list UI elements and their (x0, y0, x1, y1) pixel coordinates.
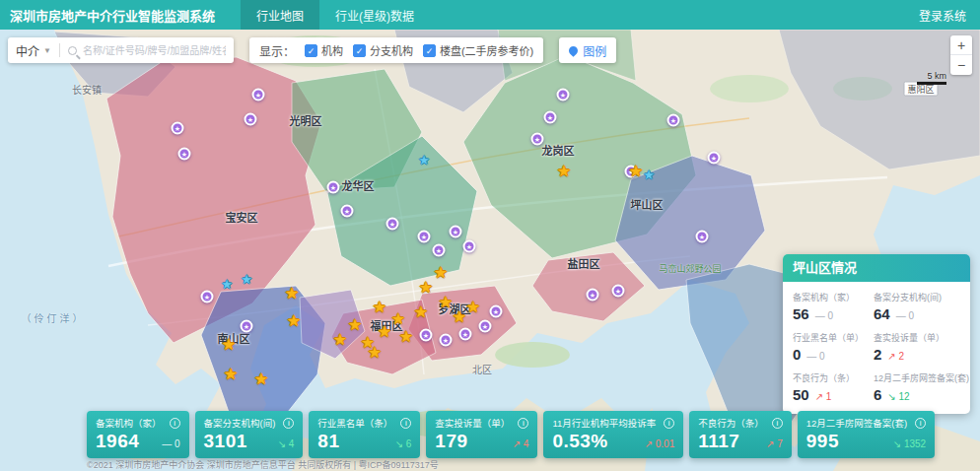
agency-marker-icon[interactable]: ★ (433, 244, 446, 257)
panel-stat: 12月二手房网签备案(套)6↘ 12 (874, 371, 969, 403)
agency-marker-icon[interactable]: ★ (420, 329, 433, 342)
zoom-out-button[interactable]: − (950, 55, 972, 75)
app-window: 深圳市房地产中介行业智能监测系统 行业地图行业(星级)数据 登录系统 (0, 0, 980, 471)
estate-star-icon[interactable]: ★ (222, 337, 236, 353)
agency-marker-icon[interactable]: ★ (241, 320, 253, 333)
trend-down-icon: ↘ 1352 (893, 438, 926, 449)
agency-marker-icon[interactable]: ★ (172, 122, 184, 135)
trend-up-icon: ↗ 4 (513, 438, 529, 449)
agency-marker-icon[interactable]: ★ (667, 114, 680, 127)
agency-marker-icon[interactable]: ★ (252, 89, 265, 101)
district-label: 龙华区 (342, 177, 375, 193)
estate-star-icon[interactable]: ★ (466, 300, 480, 315)
estate-star-icon[interactable]: ★ (439, 295, 453, 310)
estate-star-icon[interactable]: ★ (557, 164, 571, 179)
agency-marker-icon[interactable]: ★ (557, 89, 570, 101)
branch-star-icon[interactable]: ★ (643, 168, 655, 181)
info-icon[interactable]: i (772, 418, 783, 429)
map-scale: 5 km (917, 71, 946, 85)
display-checkbox-0[interactable]: ✓机构 (305, 42, 343, 58)
estate-star-icon[interactable]: ★ (378, 324, 391, 340)
estate-star-icon[interactable]: ★ (391, 311, 405, 327)
agency-marker-icon[interactable]: ★ (327, 181, 340, 194)
zoom-in-button[interactable]: + (950, 35, 972, 55)
estate-star-icon[interactable]: ★ (368, 345, 382, 361)
display-checkbox-2[interactable]: ✓楼盘(二手房参考价) (423, 42, 533, 58)
estate-star-icon[interactable]: ★ (453, 309, 466, 325)
nav-item-0[interactable]: 行业地图 (241, 0, 319, 30)
header-bar: 深圳市房地产中介行业智能监测系统 行业地图行业(星级)数据 登录系统 (0, 0, 980, 30)
nav-item-1[interactable]: 行业(星级)数据 (319, 0, 430, 30)
estate-star-icon[interactable]: ★ (285, 286, 299, 302)
stat-card-value: 3101 (204, 431, 247, 452)
display-checkboxes: ✓机构✓分支机构✓楼盘(二手房参考价) (305, 42, 533, 58)
district-label: 宝安区 (226, 209, 258, 225)
agency-marker-icon[interactable]: ★ (587, 289, 599, 302)
info-icon[interactable]: i (283, 418, 294, 429)
district-label: 龙岗区 (542, 142, 575, 158)
district-info-panel: 坪山区情况 备案机构（家）56— 0备案分支机构(间)64— 0行业黑名单（单）… (783, 254, 970, 414)
estate-star-icon[interactable]: ★ (414, 304, 428, 320)
estate-star-icon[interactable]: ★ (348, 317, 362, 333)
login-button[interactable]: 登录系统 (919, 7, 966, 24)
copyright-footer: ©2021 深圳市房地产中介协会 深圳市房地产信息平台 共同版权所有 | 粤IC… (87, 458, 439, 471)
agency-marker-icon[interactable]: ★ (450, 226, 462, 238)
stat-card-value: 0.53% (552, 431, 607, 452)
agency-marker-icon[interactable]: ★ (708, 152, 721, 165)
info-icon[interactable]: i (170, 418, 180, 429)
info-icon[interactable]: i (400, 418, 411, 429)
branch-star-icon[interactable]: ★ (221, 278, 233, 291)
agency-marker-icon[interactable]: ★ (386, 218, 399, 231)
agency-marker-icon[interactable]: ★ (459, 328, 472, 341)
trend-up-icon: ↗ 0.01 (645, 438, 675, 449)
stat-card-value: 81 (317, 431, 339, 452)
estate-star-icon[interactable]: ★ (373, 300, 386, 315)
checkbox-icon[interactable]: ✓ (305, 44, 317, 57)
legend-button[interactable]: 图例 (559, 37, 616, 63)
panel-stat-row: 0— 0 (793, 346, 864, 363)
estate-star-icon[interactable]: ★ (434, 265, 448, 281)
stat-card-label: 查实投诉量（单） (435, 416, 510, 430)
legend-label: 图例 (583, 42, 606, 59)
agency-marker-icon[interactable]: ★ (531, 133, 544, 146)
branch-star-icon[interactable]: ★ (241, 273, 252, 286)
agency-marker-icon[interactable]: ★ (696, 231, 709, 243)
agency-marker-icon[interactable]: ★ (479, 320, 492, 333)
estate-star-icon[interactable]: ★ (399, 329, 413, 345)
info-icon[interactable]: i (915, 418, 926, 429)
checkbox-icon[interactable]: ✓ (423, 44, 436, 57)
agency-marker-icon[interactable]: ★ (341, 205, 354, 218)
estate-star-icon[interactable]: ★ (224, 367, 238, 382)
agency-marker-icon[interactable]: ★ (201, 291, 214, 303)
agency-marker-icon[interactable]: ★ (544, 111, 557, 124)
panel-stat-row: 56— 0 (793, 305, 864, 322)
info-icon[interactable]: i (664, 418, 674, 429)
panel-stats: 备案机构（家）56— 0备案分支机构(间)64— 0行业黑名单（单）0— 0查实… (783, 282, 970, 414)
agency-marker-icon[interactable]: ★ (178, 148, 191, 161)
agency-marker-icon[interactable]: ★ (612, 285, 625, 298)
display-checkbox-1[interactable]: ✓分支机构 (353, 42, 413, 58)
agency-marker-icon[interactable]: ★ (440, 334, 453, 347)
agency-marker-icon[interactable]: ★ (463, 240, 476, 253)
info-icon[interactable]: i (518, 418, 528, 429)
agency-marker-icon[interactable]: ★ (490, 305, 503, 318)
map-container[interactable]: 宝安区光明区龙华区龙岗区坪山区盐田区罗湖区福田区南山区长安镇大岭山森林公园马峦山… (0, 30, 980, 471)
panel-stat: 查实投诉量（单）2↗ 2 (874, 331, 969, 363)
estate-star-icon[interactable]: ★ (629, 164, 643, 179)
checkbox-icon[interactable]: ✓ (353, 44, 366, 57)
district-label: 盐田区 (568, 255, 600, 271)
estate-star-icon[interactable]: ★ (254, 371, 268, 387)
agency-marker-icon[interactable]: ★ (418, 231, 431, 243)
agency-marker-icon[interactable]: ★ (245, 113, 257, 126)
stat-card-bottom: 995↘ 1352 (806, 431, 926, 452)
header-nav: 行业地图行业(星级)数据 (241, 0, 430, 30)
category-dropdown[interactable]: 中介 ▼ (16, 42, 51, 59)
branch-star-icon[interactable]: ★ (418, 154, 430, 167)
search-input[interactable] (83, 45, 226, 56)
estate-star-icon[interactable]: ★ (287, 313, 301, 329)
estate-star-icon[interactable]: ★ (333, 332, 347, 348)
stat-card: 备案分支机构(间)i3101↘ 4 (195, 411, 304, 458)
panel-stat-value: 0 (793, 346, 801, 363)
estate-star-icon[interactable]: ★ (419, 280, 433, 296)
app-title: 深圳市房地产中介行业智能监测系统 (10, 6, 215, 25)
